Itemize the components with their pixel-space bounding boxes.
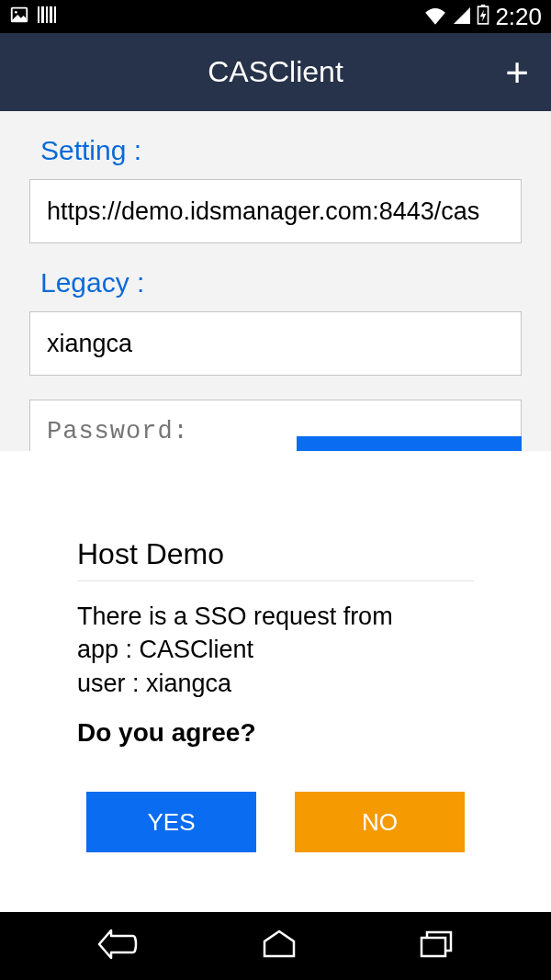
- dialog-title: Host Demo: [77, 537, 474, 581]
- form-content: Setting : Legacy :: [0, 111, 551, 488]
- dialog-body: There is a SSO request from app : CASCli…: [77, 600, 474, 700]
- no-button[interactable]: NO: [295, 792, 465, 852]
- svg-rect-9: [422, 938, 445, 956]
- yes-button[interactable]: YES: [86, 792, 256, 852]
- svg-rect-3: [41, 6, 44, 23]
- dialog-line3: user : xiangca: [77, 667, 474, 700]
- confirmation-dialog: Host Demo There is a SSO request from ap…: [0, 451, 551, 912]
- home-icon[interactable]: [259, 927, 299, 965]
- setting-label: Setting :: [40, 135, 522, 166]
- status-bar: 2:20: [0, 0, 551, 33]
- image-icon: [9, 5, 29, 28]
- dialog-buttons: YES NO: [77, 792, 474, 852]
- dialog-question: Do you agree?: [77, 718, 474, 748]
- battery-icon: [477, 3, 489, 31]
- svg-rect-8: [481, 5, 485, 6]
- back-icon[interactable]: [96, 927, 141, 965]
- svg-rect-4: [46, 6, 48, 23]
- dialog-line1: There is a SSO request from: [77, 600, 474, 633]
- status-time: 2:20: [495, 3, 542, 31]
- navigation-bar: [0, 912, 551, 980]
- svg-rect-6: [54, 6, 56, 23]
- dialog-line2: app : CASClient: [77, 633, 474, 666]
- add-button[interactable]: +: [505, 52, 529, 93]
- legacy-input[interactable]: [29, 311, 522, 376]
- wifi-icon: [423, 3, 447, 31]
- svg-rect-5: [50, 6, 52, 23]
- legacy-label: Legacy :: [40, 267, 522, 299]
- svg-point-1: [15, 11, 17, 14]
- setting-input[interactable]: [29, 179, 522, 243]
- app-bar: CASClient +: [0, 33, 551, 111]
- signal-icon: [453, 3, 471, 31]
- svg-rect-2: [38, 6, 39, 23]
- barcode-icon: [37, 5, 59, 28]
- app-title: CASClient: [208, 55, 343, 89]
- recents-icon[interactable]: [418, 927, 455, 965]
